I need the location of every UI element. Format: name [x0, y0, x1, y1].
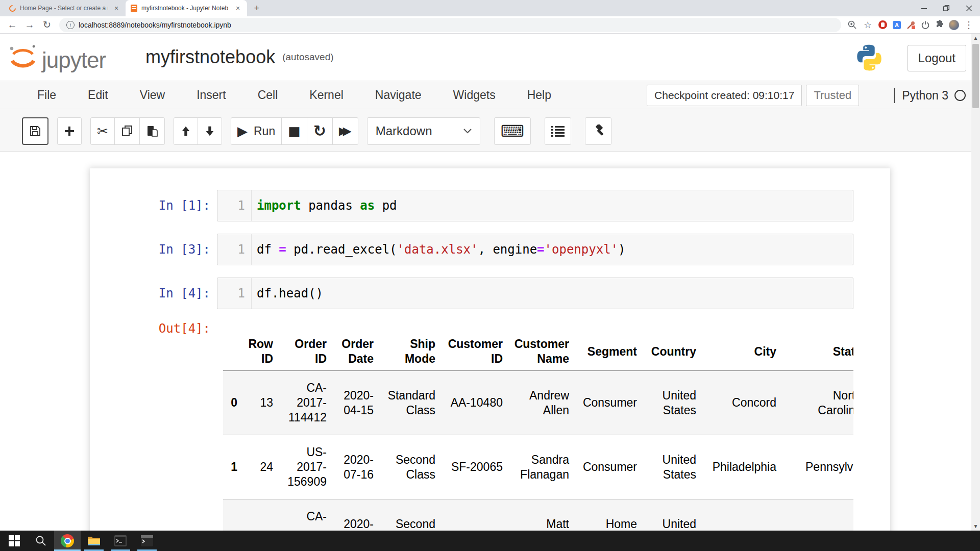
- menu-item-view[interactable]: View: [124, 88, 181, 102]
- menu-item-help[interactable]: Help: [511, 88, 567, 102]
- scroll-down-arrow[interactable]: ▼: [971, 522, 980, 531]
- restart-run-all-button[interactable]: ▶▶: [332, 117, 358, 145]
- extensions-puzzle-icon[interactable]: [934, 19, 945, 31]
- line-number: 1: [217, 190, 252, 221]
- stop-icon: ■: [288, 124, 301, 138]
- cells: In [1]:1import pandas as pdIn [3]:1df = …: [90, 190, 890, 309]
- cell-type-dropdown[interactable]: Markdown: [367, 117, 480, 145]
- code-text: df.head(): [252, 286, 323, 300]
- paste-cell-button[interactable]: [139, 117, 165, 145]
- logout-button[interactable]: Logout: [908, 45, 966, 71]
- code-prettify-button[interactable]: [585, 117, 611, 145]
- scrollbar-thumb[interactable]: [972, 44, 979, 108]
- table-cell: US-2017-156909: [278, 435, 332, 499]
- menu-item-file[interactable]: File: [21, 88, 72, 102]
- taskbar-search-button[interactable]: [28, 531, 54, 551]
- notebook-container: In [1]:1import pandas as pdIn [3]:1df = …: [90, 168, 890, 531]
- forward-button[interactable]: →: [22, 18, 37, 32]
- output-content: Row IDOrder IDOrder DateShip ModeCustome…: [223, 321, 853, 531]
- table-cell: Second: [379, 499, 440, 531]
- run-cell-button[interactable]: ▶ Run: [231, 117, 282, 145]
- scroll-up-arrow[interactable]: ▲: [971, 34, 980, 42]
- address-bar[interactable]: i localhost:8889/notebooks/myfirstnotebo…: [59, 18, 841, 32]
- table-cell: United: [642, 499, 701, 531]
- browser-tab-home[interactable]: Home Page - Select or create a n ×: [4, 0, 126, 16]
- bookmark-star-icon[interactable]: ☆: [862, 19, 874, 31]
- taskbar-file-explorer-button[interactable]: [81, 531, 107, 551]
- move-button-group: [174, 117, 222, 145]
- row-index: [223, 499, 242, 531]
- play-icon: ▶: [237, 124, 248, 138]
- code-input[interactable]: 1import pandas as pd: [217, 190, 853, 221]
- code-input[interactable]: 1df.head(): [217, 278, 853, 309]
- back-button[interactable]: ←: [5, 18, 19, 32]
- move-cell-down-button[interactable]: [198, 117, 222, 145]
- browser-menu-icon[interactable]: ⋮: [963, 19, 975, 31]
- interrupt-kernel-button[interactable]: ■: [281, 117, 307, 145]
- restart-kernel-button[interactable]: ↻: [307, 117, 333, 145]
- jupyter-logo[interactable]: jupyter: [7, 42, 106, 72]
- table-cell: Standard Class: [379, 371, 440, 435]
- fast-forward-icon: ▶▶: [339, 126, 352, 137]
- notebook-title[interactable]: myfirstnotebook: [145, 46, 275, 68]
- col-header: Order Date: [332, 333, 379, 371]
- new-tab-button[interactable]: +: [250, 2, 263, 15]
- col-header: City: [701, 333, 781, 371]
- close-tab-icon[interactable]: ×: [112, 4, 120, 12]
- page-info-icon[interactable]: i: [66, 21, 75, 29]
- start-button[interactable]: [1, 531, 28, 551]
- jupyter-toolbar: ✂: [0, 109, 980, 152]
- reload-button[interactable]: ↻: [40, 18, 54, 32]
- menu-items: FileEditViewInsertCellKernelNavigateWidg…: [21, 88, 567, 102]
- menu-item-cell[interactable]: Cell: [242, 88, 294, 102]
- notebook-favicon-icon: [131, 5, 137, 12]
- url-text: localhost:8889/notebooks/myfirstnotebook…: [79, 21, 231, 29]
- menu-item-insert[interactable]: Insert: [181, 88, 242, 102]
- table-of-contents-button[interactable]: [545, 117, 571, 145]
- save-button[interactable]: [22, 117, 48, 145]
- taskbar-chrome-button[interactable]: [54, 531, 81, 551]
- adblock-extension-icon[interactable]: [877, 19, 888, 31]
- code-input[interactable]: 1df = pd.read_excel('data.xlsx', engine=…: [217, 234, 853, 265]
- browser-tab-notebook[interactable]: myfirstnotebook - Jupyter Noteb ×: [126, 0, 247, 16]
- table-cell: United States: [642, 435, 701, 499]
- close-tab-icon[interactable]: ×: [234, 4, 242, 12]
- table-cell: 2020-04-15: [332, 371, 379, 435]
- taskbar-command-prompt-button[interactable]: [107, 531, 134, 551]
- keyboard-icon: ⌨: [501, 123, 524, 139]
- trusted-button[interactable]: Trusted: [806, 85, 859, 106]
- col-header: Customer ID: [440, 333, 508, 371]
- colorpicker-extension-icon[interactable]: [905, 19, 917, 31]
- tab-title: Home Page - Select or create a n: [20, 5, 108, 12]
- command-palette-button[interactable]: ⌨: [494, 117, 531, 145]
- cut-cell-button[interactable]: ✂: [90, 117, 115, 145]
- profile-avatar[interactable]: [948, 19, 960, 31]
- page-scrollbar[interactable]: ▲ ▼: [971, 34, 980, 531]
- menu-item-edit[interactable]: Edit: [72, 88, 124, 102]
- table-cell: North Carolina: [781, 371, 853, 435]
- insert-cell-button[interactable]: [57, 117, 82, 145]
- move-cell-up-button[interactable]: [174, 117, 198, 145]
- zoom-indicator-icon[interactable]: [846, 19, 859, 31]
- power-extension-icon[interactable]: [920, 19, 931, 31]
- table-row: CA- 2020-SecondMattHomeUnited: [223, 499, 853, 531]
- menubar-right: Checkpoint created: 09:10:17 Trusted Pyt…: [647, 81, 966, 110]
- menu-item-kernel[interactable]: Kernel: [293, 88, 359, 102]
- command-prompt-icon: [114, 535, 127, 546]
- table-cell: 2020-07-16: [332, 435, 379, 499]
- windows-taskbar: [0, 531, 980, 551]
- menu-item-widgets[interactable]: Widgets: [437, 88, 511, 102]
- table-cell: Home: [574, 499, 642, 531]
- close-window-button[interactable]: [958, 0, 980, 16]
- taskbar-terminal-button[interactable]: [134, 531, 160, 551]
- copy-cell-button[interactable]: [114, 117, 140, 145]
- minimize-button[interactable]: [913, 0, 935, 16]
- menu-item-navigate[interactable]: Navigate: [359, 88, 437, 102]
- file-explorer-icon: [87, 535, 101, 546]
- maximize-button[interactable]: [935, 0, 958, 16]
- translate-extension-icon[interactable]: A: [891, 19, 902, 31]
- table-cell: Concord: [701, 371, 781, 435]
- tab-title: myfirstnotebook - Jupyter Noteb: [141, 5, 230, 12]
- chrome-icon: [61, 534, 74, 547]
- table-cell: [242, 499, 278, 531]
